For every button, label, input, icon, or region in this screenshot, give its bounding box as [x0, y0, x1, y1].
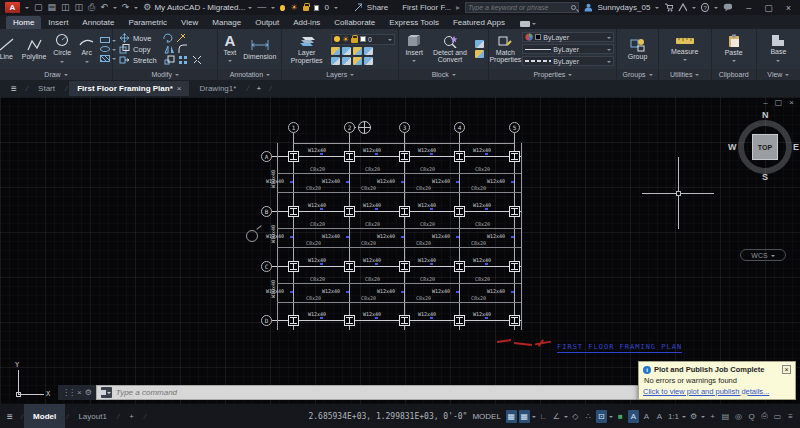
column-symbol[interactable] [399, 261, 410, 272]
object-color-dropdown[interactable]: ByLayer [522, 32, 614, 42]
app-logo-icon[interactable]: A [5, 2, 20, 13]
tab-featured-apps[interactable]: Featured Apps [446, 16, 512, 29]
model-space-label[interactable]: MODEL [472, 412, 500, 421]
clean-screen-icon[interactable]: ▭ [772, 410, 783, 423]
model-tab[interactable]: Model [24, 404, 65, 428]
save-icon[interactable]: ◫ [61, 2, 70, 13]
panel-view-label[interactable]: View [757, 69, 800, 80]
scale-icon[interactable] [164, 55, 175, 65]
new-file-icon[interactable]: ▢ [34, 2, 43, 13]
snap-icon[interactable]: ▦ [519, 410, 530, 423]
plot-icon[interactable]: ⎙ [759, 410, 770, 423]
isodraft-icon[interactable]: ◇ [570, 410, 581, 423]
column-symbol[interactable] [454, 151, 465, 162]
redo-caret-icon[interactable] [134, 7, 138, 11]
layer-state-icon[interactable] [364, 57, 373, 65]
app-store-cart-icon[interactable] [664, 3, 673, 12]
notification-close-button[interactable]: × [782, 365, 791, 374]
tab-express-tools[interactable]: Express Tools [382, 16, 446, 29]
array-icon[interactable] [178, 55, 189, 65]
command-wrench-icon[interactable]: ⚙ [85, 388, 92, 397]
layer-match-icon[interactable] [331, 57, 340, 65]
save-as-icon[interactable]: ◫ [75, 2, 84, 13]
customize-plus-icon[interactable]: + [707, 410, 718, 423]
explode-icon[interactable] [192, 55, 203, 65]
quick-measure-icon[interactable]: Q [746, 410, 757, 423]
quick-layer-caret-icon[interactable] [334, 7, 338, 11]
3d-osnap-icon[interactable]: ■ [615, 410, 626, 423]
column-symbol[interactable] [509, 315, 520, 326]
text-button[interactable]: A Text [221, 34, 238, 64]
annotation-autoscale-icon[interactable]: A [641, 410, 652, 423]
viewcube-top-face[interactable]: TOP [752, 134, 778, 160]
command-grip-icon[interactable]: ⋮⋮ [62, 388, 74, 397]
assistant-bubble-icon[interactable] [723, 3, 732, 12]
file-tab-first-floor-framing-plan[interactable]: First Floor Framing Plan* × [69, 81, 189, 96]
ellipse-icon[interactable] [100, 46, 110, 52]
column-symbol[interactable] [509, 261, 520, 272]
compass-west[interactable]: W [728, 142, 737, 152]
circle-button[interactable]: Circle [51, 33, 73, 64]
layer-on-bulb-icon[interactable] [280, 5, 285, 11]
units-icon[interactable]: ▤ [720, 410, 731, 423]
column-symbol[interactable] [288, 315, 299, 326]
drawing-restore-icon[interactable]: ▢ [775, 98, 783, 107]
open-file-icon[interactable]: ▤ [48, 2, 57, 13]
base-caret-icon[interactable] [776, 60, 780, 64]
block-attrib-icon[interactable] [475, 50, 484, 58]
base-button[interactable]: Base [768, 34, 788, 63]
viewcube[interactable]: TOP N S W E [731, 113, 799, 181]
polar-caret[interactable] [564, 416, 568, 420]
dash-caret-icon[interactable] [271, 7, 275, 11]
plot-quick-icon[interactable]: ⎙ [88, 2, 95, 13]
notification-link[interactable]: Click to view plot and publish details..… [643, 387, 791, 396]
search-box[interactable] [465, 2, 579, 13]
column-symbol[interactable] [344, 206, 355, 217]
paste-caret-icon[interactable] [732, 60, 736, 64]
polar-tracking-icon[interactable]: ∠ [551, 410, 562, 423]
lineweight-caret-icon[interactable] [607, 49, 611, 53]
workspace-caret-icon[interactable] [248, 7, 252, 11]
new-drawing-tab-button[interactable]: + [251, 83, 268, 94]
drawing-close-icon[interactable]: × [789, 98, 794, 107]
file-tabs-menu-icon[interactable]: ≡ [4, 83, 24, 94]
line-button[interactable]: Line [0, 37, 17, 60]
user-caret-icon[interactable] [655, 7, 659, 11]
isolate-objects-icon[interactable]: ◎ [733, 410, 744, 423]
ortho-icon[interactable]: ∟ [538, 410, 549, 423]
drawing-minimize-icon[interactable]: – [763, 98, 767, 107]
compass-north[interactable]: N [762, 110, 769, 120]
workspace-caret[interactable] [701, 416, 705, 420]
rotate-icon[interactable] [162, 33, 173, 43]
share-button[interactable]: Share [367, 3, 388, 12]
move-button[interactable]: Move [119, 33, 187, 43]
command-recent-button[interactable] [101, 387, 112, 398]
tab-view[interactable]: View [174, 16, 205, 29]
signed-in-user[interactable]: Sunnydays_05 [597, 3, 650, 12]
layer-walk-icon[interactable] [353, 57, 362, 65]
layer-isolate-icon[interactable] [342, 47, 351, 55]
panel-draw-label[interactable]: Draw [0, 69, 112, 80]
file-tab-start[interactable]: Start [30, 81, 63, 96]
autodesk-logo-icon[interactable] [678, 3, 687, 12]
autodesk-caret-icon[interactable] [692, 7, 696, 11]
column-symbol[interactable] [399, 151, 410, 162]
column-symbol[interactable] [288, 151, 299, 162]
workspace-gear-icon[interactable]: ⚙ [688, 410, 699, 423]
panel-layers-label[interactable]: Layers [282, 69, 398, 80]
layout-menu-icon[interactable]: ≡ [0, 411, 20, 422]
column-symbol[interactable] [288, 261, 299, 272]
insert-caret-icon[interactable] [412, 60, 416, 64]
app-menu-caret-icon[interactable] [25, 7, 29, 11]
column-symbol[interactable] [288, 206, 299, 217]
lineweight-dropdown[interactable]: ByLayer [522, 44, 614, 54]
tab-home[interactable]: Home [6, 16, 41, 29]
measure-caret-icon[interactable] [683, 59, 687, 63]
layer-lock-icon[interactable] [303, 6, 309, 11]
trim-icon[interactable] [176, 33, 187, 43]
tab-collaborate[interactable]: Collaborate [327, 16, 382, 29]
tab-output[interactable]: Output [248, 16, 286, 29]
annotation-scale-icon[interactable]: A [654, 410, 665, 423]
layout1-tab[interactable]: Layout1 [69, 404, 115, 428]
mirror-icon[interactable] [164, 44, 175, 54]
